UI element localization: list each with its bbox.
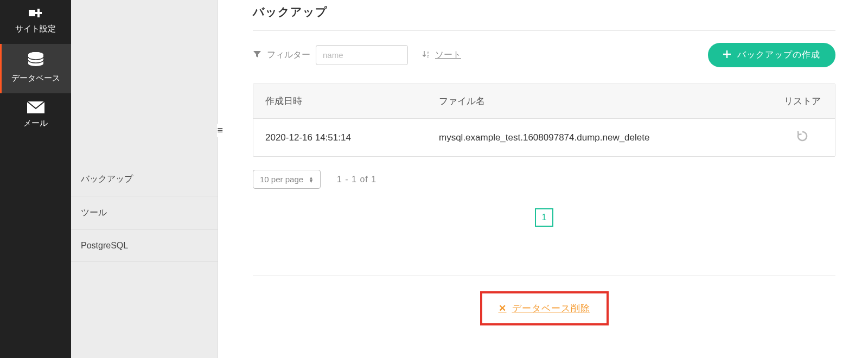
subnav-item-backup[interactable]: バックアップ [71,163,218,196]
cell-filename: mysql.example_test.1608097874.dump.new_d… [427,122,770,154]
th-restore: リストア [770,84,835,118]
th-filename: ファイル名 [427,84,770,118]
th-created: 作成日時 [253,84,427,118]
filter-icon [253,50,261,61]
subnav-item-postgresql[interactable]: PostgreSQL [71,230,218,262]
main-content: バックアップ フィルター A Z ソート バックアップの作成 [218,0,868,358]
delete-highlight-box: ✕ データベース削除 [480,291,609,325]
sort-icon: A Z [422,50,431,61]
delete-database-link[interactable]: ✕ データベース削除 [499,302,590,315]
page-number-1[interactable]: 1 [535,208,553,227]
svg-point-4 [28,52,43,57]
restore-icon[interactable] [796,130,809,143]
primary-sidebar: サイト設定 データベース メール [0,0,71,358]
create-backup-button[interactable]: バックアップの作成 [708,43,835,67]
delete-section: ✕ データベース削除 [253,291,835,325]
filter-label: フィルター [267,49,310,61]
toolbar: フィルター A Z ソート バックアップの作成 [253,43,835,67]
svg-text:A: A [427,51,429,54]
table-header: 作成日時 ファイル名 リストア [253,84,835,119]
sidebar-item-site-settings[interactable]: サイト設定 [0,0,71,44]
sort-label: ソート [435,49,461,61]
secondary-sidebar: バックアップ ツール PostgreSQL ≡ [71,0,218,358]
sidebar-label: データベース [11,73,60,84]
per-page-select[interactable]: 10 per page ▲▼ [253,170,321,189]
plus-icon [723,50,731,60]
filter-group: フィルター [253,45,408,65]
sidebar-item-mail[interactable]: メール [0,93,71,138]
filter-input[interactable] [316,45,408,65]
page-numbers: 1 [253,208,835,227]
site-settings-icon [28,8,44,20]
sidebar-label: サイト設定 [15,24,56,34]
create-backup-label: バックアップの作成 [737,49,820,61]
subnav-item-tools[interactable]: ツール [71,196,218,230]
svg-rect-0 [29,10,35,16]
cell-created: 2020-12-16 14:51:14 [253,122,427,154]
sort-button[interactable]: A Z ソート [422,49,461,61]
sidebar-label: メール [23,118,48,129]
sidebar-item-database[interactable]: データベース [0,44,71,93]
table-row: 2020-12-16 14:51:14 mysql.example_test.1… [253,119,835,156]
database-icon [27,52,45,69]
pagination-controls: 10 per page ▲▼ 1 - 1 of 1 [253,170,835,189]
page-title: バックアップ [253,4,835,31]
svg-text:Z: Z [427,55,429,58]
svg-rect-2 [35,12,42,14]
cell-restore [770,119,835,156]
chevron-updown-icon: ▲▼ [309,176,314,183]
delete-database-label: データベース削除 [512,302,590,315]
backup-table: 作成日時 ファイル名 リストア 2020-12-16 14:51:14 mysq… [253,84,835,157]
divider [253,276,835,276]
mail-icon [27,101,45,114]
pagination-range: 1 - 1 of 1 [337,175,376,184]
close-icon: ✕ [499,303,507,314]
per-page-label: 10 per page [260,175,303,184]
sidebar-spacer [71,0,218,163]
